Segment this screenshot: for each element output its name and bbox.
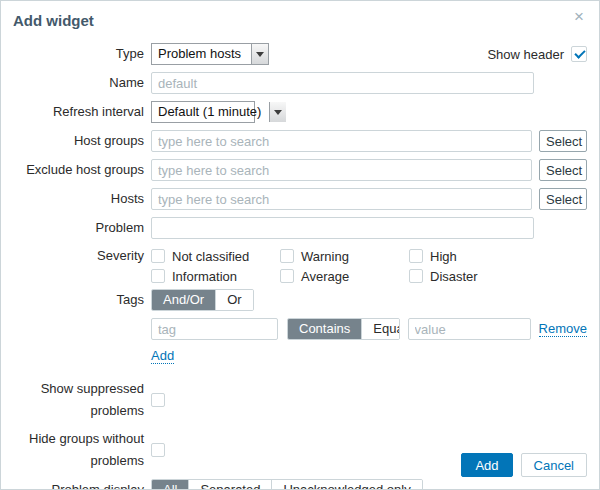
severity-information-label: Information — [172, 269, 237, 284]
dialog-title: Add widget — [13, 12, 94, 29]
severity-options-row1: Not classified Warning High — [151, 246, 538, 266]
add-button[interactable]: Add — [461, 453, 512, 477]
problem-display-separated-button[interactable]: Separated — [189, 480, 272, 490]
problem-display-all-button[interactable]: All — [152, 480, 189, 490]
tag-match-segmented: Contains Equals — [287, 318, 400, 340]
severity-disaster-checkbox[interactable] — [409, 269, 423, 283]
severity-row: Severity Not classified Warning High — [13, 246, 587, 286]
tag-name-input[interactable] — [151, 318, 278, 340]
severity-high-label: High — [430, 249, 457, 264]
severity-not-classified-label: Not classified — [172, 249, 249, 264]
problem-input[interactable] — [151, 217, 534, 239]
problem-label: Problem — [13, 217, 144, 239]
tag-match-contains-button[interactable]: Contains — [288, 319, 362, 339]
show-suppressed-row: Show suppressed problems — [13, 378, 587, 422]
problem-display-segmented: All Separated Unacknowledged only — [151, 479, 423, 490]
name-row: Name — [13, 72, 587, 94]
severity-information-checkbox[interactable] — [151, 269, 165, 283]
severity-average[interactable]: Average — [280, 269, 409, 284]
severity-label: Severity — [13, 246, 144, 266]
tags-row: Tags And/Or Or — [13, 289, 587, 311]
type-select-value: Problem hosts — [152, 44, 251, 64]
tag-condition-row: Contains Equals Remove — [13, 318, 587, 340]
severity-not-classified[interactable]: Not classified — [151, 249, 280, 264]
type-row: Type Problem hosts Show header — [13, 43, 587, 65]
problem-display-label: Problem display — [13, 479, 144, 490]
name-label: Name — [13, 72, 144, 94]
hosts-select-button[interactable]: Select — [539, 188, 587, 210]
host-groups-input[interactable] — [151, 130, 532, 152]
host-groups-select-button[interactable]: Select — [539, 130, 587, 152]
add-widget-dialog: Add widget × Type Problem hosts Show hea… — [0, 0, 600, 490]
severity-not-classified-checkbox[interactable] — [151, 249, 165, 263]
severity-warning-checkbox[interactable] — [280, 249, 294, 263]
show-header-label: Show header — [487, 47, 564, 62]
close-icon[interactable]: × — [569, 7, 589, 27]
hosts-label: Hosts — [13, 188, 144, 210]
problem-display-unacknowledged-button[interactable]: Unacknowledged only — [272, 480, 421, 490]
show-suppressed-label: Show suppressed problems — [13, 378, 144, 422]
tag-add-link[interactable]: Add — [151, 348, 174, 364]
show-header-group: Show header — [487, 46, 587, 62]
host-groups-label: Host groups — [13, 130, 144, 152]
hide-groups-checkbox[interactable] — [151, 443, 165, 457]
hide-groups-label: Hide groups without problems — [13, 428, 144, 472]
tags-operator-or-button[interactable]: Or — [216, 290, 252, 310]
severity-disaster[interactable]: Disaster — [409, 269, 538, 284]
show-header-checkbox[interactable] — [571, 46, 587, 62]
severity-high[interactable]: High — [409, 249, 538, 264]
severity-average-checkbox[interactable] — [280, 269, 294, 283]
tags-operator-segmented: And/Or Or — [151, 289, 254, 311]
tags-label: Tags — [13, 289, 144, 311]
severity-information[interactable]: Information — [151, 269, 280, 284]
severity-disaster-label: Disaster — [430, 269, 478, 284]
severity-warning[interactable]: Warning — [280, 249, 409, 264]
tag-value-input[interactable] — [408, 318, 531, 340]
type-select[interactable]: Problem hosts — [151, 43, 269, 65]
severity-options-row2: Information Average Disaster — [151, 266, 538, 286]
refresh-interval-row: Refresh interval Default (1 minute) — [13, 101, 587, 123]
tag-match-equals-button[interactable]: Equals — [362, 319, 399, 339]
refresh-interval-label: Refresh interval — [13, 101, 144, 123]
refresh-interval-select[interactable]: Default (1 minute) — [151, 101, 255, 123]
refresh-interval-value: Default (1 minute) — [152, 102, 269, 122]
hosts-row: Hosts Select — [13, 188, 587, 210]
exclude-host-groups-input[interactable] — [151, 159, 532, 181]
dialog-footer: Add Cancel — [461, 453, 587, 477]
tag-add-row: Add — [13, 348, 587, 364]
tag-remove-link[interactable]: Remove — [539, 321, 587, 337]
dropdown-arrow-icon — [269, 102, 286, 122]
name-input[interactable] — [151, 72, 534, 94]
show-suppressed-checkbox[interactable] — [151, 393, 165, 407]
problem-row: Problem — [13, 217, 587, 239]
problem-display-row: Problem display All Separated Unacknowle… — [13, 479, 587, 490]
cancel-button[interactable]: Cancel — [521, 453, 587, 477]
exclude-host-groups-row: Exclude host groups Select — [13, 159, 587, 181]
severity-high-checkbox[interactable] — [409, 249, 423, 263]
hosts-input[interactable] — [151, 188, 532, 210]
severity-warning-label: Warning — [301, 249, 349, 264]
severity-options: Not classified Warning High Information — [151, 246, 538, 286]
severity-average-label: Average — [301, 269, 349, 284]
tags-operator-andor-button[interactable]: And/Or — [152, 290, 216, 310]
type-label: Type — [13, 43, 144, 65]
exclude-host-groups-select-button[interactable]: Select — [539, 159, 587, 181]
widget-form: Type Problem hosts Show header Name Refr… — [13, 43, 587, 490]
dropdown-arrow-icon — [251, 44, 268, 64]
host-groups-row: Host groups Select — [13, 130, 587, 152]
exclude-host-groups-label: Exclude host groups — [13, 159, 144, 181]
